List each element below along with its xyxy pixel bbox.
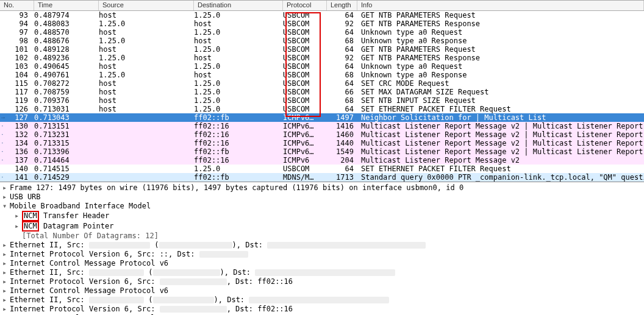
tree-ncm-datagram[interactable]: ▸NCM Datagram Pointer	[2, 221, 642, 232]
tree-ncm-transfer[interactable]: ▸NCM Transfer Header	[2, 211, 642, 221]
cell-proto: ICMPv6…	[283, 113, 327, 122]
packet-row[interactable]: 930.487974host1.25.0USBCOM64GET NTB PARA…	[0, 11, 644, 19]
tree-ipv6a[interactable]: ▸Internet Protocol Version 6, Src: ::, D…	[2, 250, 642, 259]
expand-icon[interactable]: ▸	[2, 268, 10, 277]
cell-proto: USBCOM	[283, 62, 327, 71]
expand-icon[interactable]: ▸	[15, 222, 22, 231]
redacted	[89, 297, 144, 303]
cell-info: Standard query 0x0000 PTR _companion-lin…	[357, 173, 644, 182]
tree-mbim[interactable]: ▾Mobile Broadband Interface Model	[2, 202, 642, 211]
cell-src: host	[99, 96, 194, 105]
cell-src: host	[99, 28, 194, 37]
cell-no: 115	[0, 79, 34, 88]
col-len[interactable]: Length	[327, 1, 357, 10]
cell-time: 0.487974	[34, 11, 99, 19]
tree-eth2[interactable]: ▸Ethernet II, Src: (), Dst:	[2, 268, 642, 277]
packet-row[interactable]: 1040.4907611.25.0hostUSBCOM68Unknown typ…	[0, 71, 644, 79]
packet-row[interactable]: 1410.714529ff02::fbMDNS/M…1713Standard q…	[0, 173, 644, 182]
redacted	[160, 278, 227, 285]
tree-usb[interactable]: ▸USB URB	[2, 193, 642, 202]
cell-proto: USBCOM	[283, 11, 327, 19]
cell-proto: ICMPv6…	[283, 130, 327, 139]
cell-src	[99, 139, 194, 147]
cell-src: 1.25.0	[99, 54, 194, 62]
cell-time: 0.489128	[34, 45, 99, 54]
col-no[interactable]: No.	[0, 1, 34, 10]
packet-row[interactable]: 1360.713396ff02::fbICMPv6…1549Multicast …	[0, 147, 644, 156]
ncm-highlight: NCM	[22, 221, 39, 232]
expand-icon[interactable]: ▸	[2, 193, 10, 202]
expand-icon[interactable]: ▸	[2, 183, 10, 193]
cell-dst: ff02::16	[194, 156, 283, 165]
packet-row[interactable]: 940.4880831.25.0hostUSBCOM92GET NTB PARA…	[0, 19, 644, 28]
cell-len: 204	[327, 156, 357, 165]
cell-dst: ff02::fb	[194, 147, 283, 156]
redacted	[153, 269, 220, 276]
cell-proto: USBCOM	[283, 105, 327, 113]
cell-time: 0.488570	[34, 28, 99, 37]
tree-eth1[interactable]: ▸Ethernet II, Src: (), Dst:	[2, 241, 642, 250]
cell-no: 132	[0, 130, 34, 139]
packet-row[interactable]: 1270.713043ff02::fbICMPv6…1497Neighbor S…	[0, 113, 644, 122]
column-header[interactable]: No. Time Source Destination Protocol Len…	[0, 0, 644, 11]
tree-ipv6b[interactable]: ▸Internet Protocol Version 6, Src: , Dst…	[2, 277, 642, 286]
cell-time: 0.714515	[34, 165, 99, 173]
cell-len: 68	[327, 71, 357, 79]
cell-dst: ff02::fb	[194, 173, 283, 182]
tree-ipv6c[interactable]: ▸Internet Protocol Version 6, Src: , Dst…	[2, 305, 642, 314]
cell-info: Multicast Listener Report Message v2	[357, 156, 644, 165]
collapse-icon[interactable]: ▾	[2, 202, 10, 211]
cell-src	[99, 165, 194, 173]
cell-src	[99, 147, 194, 156]
cell-info: Neighbor Solicitation for | Multicast Li…	[357, 113, 644, 122]
tree-frame[interactable]: ▸Frame 127: 1497 bytes on wire (11976 bi…	[2, 183, 642, 193]
expand-icon[interactable]: ▸	[2, 277, 10, 286]
tree-icmp6a[interactable]: ▸Internet Control Message Protocol v6	[2, 259, 642, 268]
cell-proto: USBCOM	[283, 79, 327, 88]
col-proto[interactable]: Protocol	[283, 1, 327, 10]
cell-info: SET CRC MODE Request	[357, 79, 644, 88]
cell-time: 0.488083	[34, 19, 99, 28]
packet-list-pane[interactable]: No. Time Source Destination Protocol Len…	[0, 0, 644, 182]
cell-dst: ff02::16	[194, 139, 283, 147]
packet-row[interactable]: 970.488570host1.25.0USBCOM64Unknown type…	[0, 28, 644, 37]
cell-dst: 1.25.0	[194, 62, 283, 71]
expand-icon[interactable]: ▸	[2, 286, 10, 296]
cell-info: GET NTB PARAMETERS Request	[357, 11, 644, 19]
packet-row[interactable]: 1320.713231ff02::16ICMPv6…1460Multicast …	[0, 130, 644, 139]
packet-row[interactable]: 1300.713151ff02::16ICMPv6…1416Multicast …	[0, 122, 644, 130]
expand-icon[interactable]: ▸	[2, 305, 10, 314]
cell-src	[99, 122, 194, 130]
expand-icon[interactable]: ▸	[15, 211, 22, 221]
expand-icon[interactable]: ▸	[2, 250, 10, 259]
expand-icon[interactable]: ▸	[2, 296, 10, 305]
packet-row[interactable]: 1170.708759host1.25.0USBCOM66SET MAX DAT…	[0, 88, 644, 96]
cell-len: 1440	[327, 139, 357, 147]
packet-rows: 930.487974host1.25.0USBCOM64GET NTB PARA…	[0, 11, 644, 182]
col-info[interactable]: Info	[357, 1, 644, 10]
col-dst[interactable]: Destination	[194, 1, 283, 10]
tree-datagrams[interactable]: [Total Number Of Datagrams: 12]	[2, 232, 642, 241]
packet-row[interactable]: 1150.708272host1.25.0USBCOM64SET CRC MOD…	[0, 79, 644, 88]
cell-info: GET NTB PARAMETERS Request	[357, 45, 644, 54]
tree-eth3[interactable]: ▸Ethernet II, Src: (), Dst:	[2, 296, 642, 305]
packet-row[interactable]: 1020.4892361.25.0hostUSBCOM92GET NTB PAR…	[0, 54, 644, 62]
cell-dst: ff02::fb	[194, 113, 283, 122]
expand-icon[interactable]: ▸	[2, 241, 10, 250]
redacted	[89, 242, 150, 249]
cell-dst: host	[194, 71, 283, 79]
packet-row[interactable]: 1010.489128host1.25.0USBCOM64GET NTB PAR…	[0, 45, 644, 54]
tree-icmp6b[interactable]: ▸Internet Control Message Protocol v6	[2, 286, 642, 296]
packet-row[interactable]: 1190.709376host1.25.0USBCOM68SET NTB INP…	[0, 96, 644, 105]
expand-icon[interactable]: ▸	[2, 259, 10, 268]
col-src[interactable]: Source	[99, 1, 194, 10]
col-time[interactable]: Time	[34, 1, 99, 10]
packet-row[interactable]: 1260.713031host1.25.0USBCOM64SET ETHERNE…	[0, 105, 644, 113]
packet-row[interactable]: 980.4886761.25.0hostUSBCOM68Unknown type…	[0, 37, 644, 45]
packet-details-pane[interactable]: ▸Frame 127: 1497 bytes on wire (11976 bi…	[0, 182, 644, 315]
packet-row[interactable]: 1400.7145151.25.0USBCOM64SET ETHERNET PA…	[0, 165, 644, 173]
packet-row[interactable]: 1340.713315ff02::16ICMPv6…1440Multicast …	[0, 139, 644, 147]
packet-row[interactable]: 1370.714464ff02::16ICMPv6204Multicast Li…	[0, 156, 644, 165]
cell-no: 119	[0, 96, 34, 105]
packet-row[interactable]: 1030.490645host1.25.0USBCOM64Unknown typ…	[0, 62, 644, 71]
